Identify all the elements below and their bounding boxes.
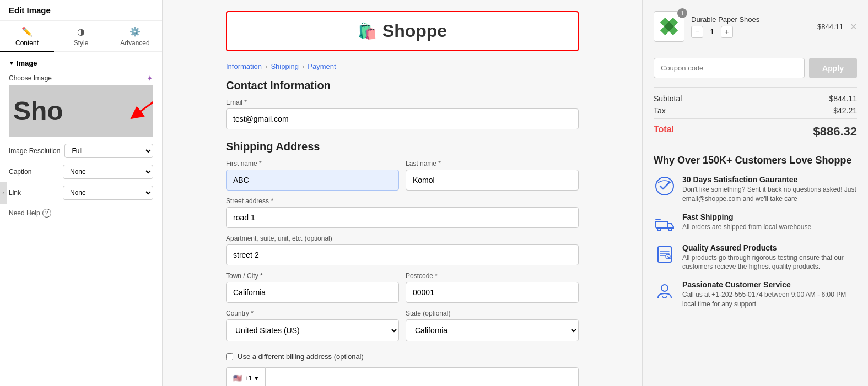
image-resolution-field: Image Resolution Full Medium Thumbnail — [9, 144, 153, 158]
feature-satisfaction: 30 Days Satisfaction Gaurantee Don't lik… — [654, 175, 857, 204]
service-title: Passionate Customer Service — [682, 280, 857, 289]
logo-text: Shoppe — [382, 21, 447, 41]
postcode-group: Postcode * — [406, 272, 579, 303]
country-select[interactable]: United States (US) — [226, 319, 399, 341]
phone-row: 🇺🇸 +1 ▾ — [226, 367, 579, 386]
apt-group: Apartment, suite, unit, etc. (optional) — [226, 235, 579, 265]
email-group: Email * — [226, 99, 579, 129]
quality-text: Quality Assured Products All products go… — [682, 243, 857, 272]
coupon-row: Apply — [654, 58, 857, 78]
totals: Subtotal $844.11 Tax $42.21 Total $886.3… — [654, 94, 857, 139]
state-group: State (optional) California — [406, 309, 579, 341]
country-group: Country * United States (US) — [226, 309, 399, 341]
right-panel: 1 Durable Paper Shoes − 1 + $844.11 ✕ Ap… — [642, 0, 868, 386]
ai-icon[interactable]: ✦ — [147, 74, 153, 83]
svg-point-7 — [656, 177, 673, 195]
state-select[interactable]: California — [406, 319, 579, 341]
breadcrumb-payment[interactable]: Payment — [308, 62, 336, 70]
service-icon — [654, 280, 676, 302]
product-logo-icon — [659, 17, 679, 36]
tax-value: $42.21 — [833, 106, 857, 115]
tax-row: Tax $42.21 — [654, 106, 857, 115]
postcode-input[interactable] — [406, 282, 579, 303]
street-group: Street address * — [226, 197, 579, 228]
country-state-row: Country * United States (US) State (opti… — [226, 309, 579, 348]
service-desc: Call us at +1-202-555-0174 between 9:00 … — [682, 290, 857, 309]
state-label: State (optional) — [406, 309, 579, 317]
apply-button[interactable]: Apply — [809, 58, 857, 78]
last-name-input[interactable] — [406, 170, 579, 191]
tab-content[interactable]: ✏️ Content — [0, 21, 54, 52]
email-input[interactable] — [226, 108, 579, 129]
city-postcode-row: Town / City * Postcode * — [226, 272, 579, 309]
total-value: $886.32 — [813, 124, 857, 139]
svg-point-13 — [661, 285, 668, 291]
last-name-label: Last name * — [406, 160, 579, 167]
image-preview[interactable]: Sho — [9, 85, 153, 137]
svg-point-10 — [668, 227, 672, 231]
qty-increase-button[interactable]: + — [721, 26, 733, 38]
need-help[interactable]: Need Help ? — [9, 209, 153, 218]
tax-label: Tax — [654, 106, 666, 115]
logo-box: 🛍️ Shoppe — [226, 11, 579, 51]
name-row: First name * Last name * — [226, 160, 579, 197]
panel-title: Edit Image — [0, 0, 162, 21]
email-label: Email * — [226, 99, 579, 106]
billing-checkbox[interactable] — [226, 353, 233, 360]
link-field: Link None Media File Custom URL — [9, 186, 153, 200]
contact-info-title: Contact Information — [226, 79, 579, 92]
country-label: Country * — [226, 309, 399, 317]
shipping-title: Fast Shipping — [682, 213, 811, 221]
quality-desc: All products go through rigorous testing… — [682, 253, 857, 272]
first-name-input[interactable] — [226, 170, 399, 191]
order-item: 1 Durable Paper Shoes − 1 + $844.11 ✕ — [654, 11, 857, 42]
advanced-icon: ⚙️ — [130, 26, 141, 37]
total-label: Total — [654, 124, 674, 139]
breadcrumb-shipping[interactable]: Shipping — [271, 62, 299, 70]
remove-item-button[interactable]: ✕ — [850, 21, 857, 32]
tab-advanced[interactable]: ⚙️ Advanced — [108, 21, 162, 51]
svg-point-9 — [657, 227, 661, 231]
first-name-group: First name * — [226, 160, 399, 191]
city-input[interactable] — [226, 282, 399, 303]
checkout-area: 🛍️ Shoppe Information › Shipping › Payme… — [215, 0, 590, 386]
order-item-info: Durable Paper Shoes − 1 + — [691, 15, 811, 38]
product-price: $844.11 — [817, 23, 843, 31]
phone-input[interactable] — [265, 367, 579, 386]
city-label: Town / City * — [226, 272, 399, 280]
caption-select[interactable]: None Below — [63, 165, 153, 179]
link-select[interactable]: None Media File Custom URL — [63, 186, 153, 200]
shipping-desc: All orders are shipped from local wareho… — [682, 222, 811, 232]
main-content: 🛍️ Shoppe Information › Shipping › Payme… — [163, 0, 642, 386]
coupon-input[interactable] — [654, 58, 805, 78]
phone-flag[interactable]: 🇺🇸 +1 ▾ — [226, 367, 265, 386]
help-icon: ? — [42, 209, 51, 218]
collapse-handle[interactable]: ‹ — [0, 182, 7, 204]
shipping-address-title: Shipping Address — [226, 140, 579, 153]
total-row: Total $886.32 — [654, 118, 857, 139]
first-name-label: First name * — [226, 160, 399, 167]
quality-title: Quality Assured Products — [682, 243, 857, 252]
qty-value: 1 — [707, 28, 718, 36]
breadcrumb-information[interactable]: Information — [226, 62, 262, 70]
subtotal-row: Subtotal $844.11 — [654, 94, 857, 103]
qty-decrease-button[interactable]: − — [691, 26, 703, 38]
image-resolution-select[interactable]: Full Medium Thumbnail — [64, 144, 153, 158]
tab-style[interactable]: ◑ Style — [54, 21, 108, 51]
satisfaction-icon — [654, 175, 676, 197]
satisfaction-text: 30 Days Satisfaction Gaurantee Don't lik… — [682, 175, 857, 204]
red-arrow — [130, 96, 153, 123]
street-label: Street address * — [226, 197, 579, 205]
svg-line-1 — [136, 99, 153, 115]
feature-shipping: Fast Shipping All orders are shipped fro… — [654, 213, 857, 235]
content-icon: ✏️ — [21, 26, 33, 37]
subtotal-label: Subtotal — [654, 94, 682, 103]
shipping-text: Fast Shipping All orders are shipped fro… — [682, 213, 811, 232]
product-image: 1 — [654, 11, 684, 42]
feature-quality: Quality Assured Products All products go… — [654, 243, 857, 272]
product-badge: 1 — [677, 8, 687, 18]
apt-input[interactable] — [226, 244, 579, 265]
tab-bar: ✏️ Content ◑ Style ⚙️ Advanced — [0, 21, 162, 52]
street-input[interactable] — [226, 207, 579, 228]
postcode-label: Postcode * — [406, 272, 579, 280]
